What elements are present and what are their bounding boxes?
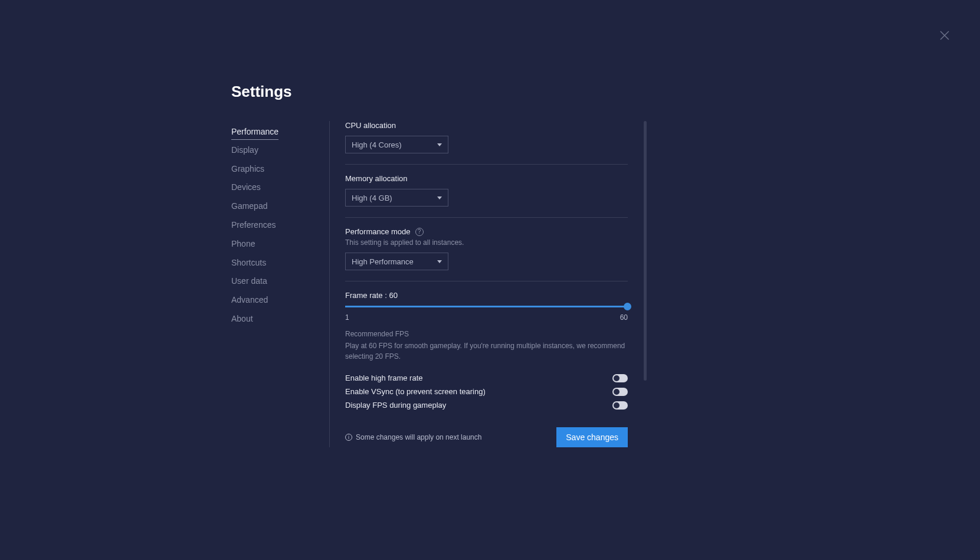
sidebar-item-gamepad[interactable]: Gamepad	[231, 198, 267, 215]
sidebar-item-devices[interactable]: Devices	[231, 179, 261, 196]
slider-thumb[interactable]	[624, 303, 631, 310]
frame-rate-max: 60	[620, 313, 628, 322]
sidebar-item-phone[interactable]: Phone	[231, 235, 255, 253]
frame-rate-min: 1	[345, 313, 349, 322]
scrollbar-track[interactable]	[644, 121, 647, 381]
performance-mode-hint: This setting is applied to all instances…	[345, 238, 628, 247]
sidebar-item-preferences[interactable]: Preferences	[231, 217, 276, 234]
cpu-allocation-label: CPU allocation	[345, 121, 628, 130]
memory-allocation-label: Memory allocation	[345, 174, 628, 183]
performance-mode-value: High Performance	[352, 257, 414, 266]
settings-sidebar: Performance Display Graphics Devices Gam…	[231, 121, 329, 447]
sidebar-item-user-data[interactable]: User data	[231, 273, 267, 290]
close-button[interactable]	[938, 28, 952, 42]
save-changes-button[interactable]: Save changes	[556, 427, 628, 447]
toggle-high-frame-rate-label: Enable high frame rate	[345, 374, 423, 382]
sidebar-item-performance[interactable]: Performance	[231, 123, 278, 140]
sidebar-item-display[interactable]: Display	[231, 142, 258, 159]
performance-mode-label: Performance mode	[345, 227, 411, 236]
frame-rate-slider[interactable]	[345, 306, 628, 307]
memory-allocation-select[interactable]: High (4 GB)	[345, 189, 448, 207]
frame-rate-label: Frame rate : 60	[345, 291, 628, 300]
toggle-vsync-label: Enable VSync (to prevent screen tearing)	[345, 387, 486, 396]
memory-allocation-value: High (4 GB)	[352, 194, 392, 202]
footer-note-text: Some changes will apply on next launch	[356, 433, 481, 441]
close-icon	[938, 28, 952, 42]
toggle-display-fps[interactable]	[612, 401, 628, 410]
toggle-high-frame-rate[interactable]	[612, 374, 628, 382]
caret-down-icon	[437, 143, 442, 146]
toggle-vsync[interactable]	[612, 388, 628, 396]
performance-mode-select[interactable]: High Performance	[345, 253, 448, 270]
sidebar-item-advanced[interactable]: Advanced	[231, 292, 268, 309]
sidebar-item-graphics[interactable]: Graphics	[231, 161, 264, 178]
sidebar-item-shortcuts[interactable]: Shortcuts	[231, 254, 266, 271]
recommended-fps-title: Recommended FPS	[345, 330, 628, 338]
page-title: Settings	[231, 83, 628, 101]
caret-down-icon	[437, 260, 442, 263]
caret-down-icon	[437, 197, 442, 199]
toggle-display-fps-label: Display FPS during gameplay	[345, 401, 446, 410]
info-icon: i	[345, 434, 352, 441]
recommended-fps-body: Play at 60 FPS for smooth gameplay. If y…	[345, 340, 628, 362]
cpu-allocation-select[interactable]: High (4 Cores)	[345, 136, 448, 153]
sidebar-item-about[interactable]: About	[231, 310, 253, 328]
cpu-allocation-value: High (4 Cores)	[352, 140, 402, 149]
help-icon[interactable]: ?	[415, 228, 424, 236]
